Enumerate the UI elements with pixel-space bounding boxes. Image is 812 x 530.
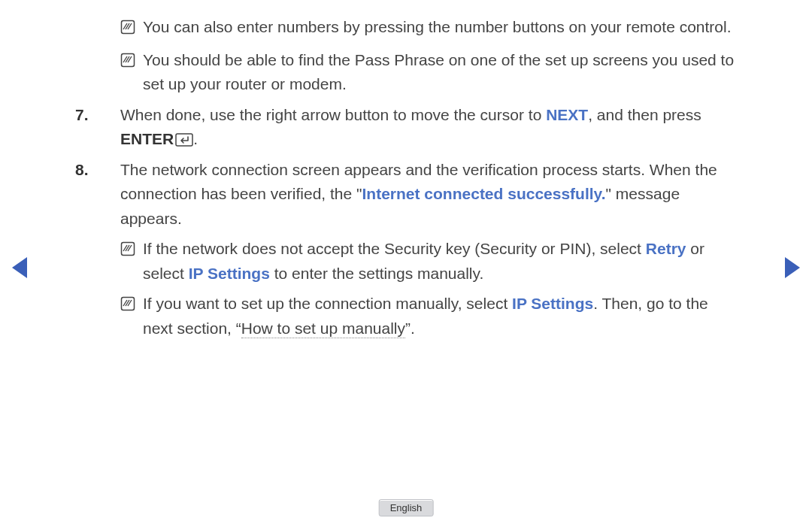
note-text: If you want to set up the connection man…	[143, 292, 737, 341]
enter-icon	[174, 130, 193, 147]
note-item: You can also enter numbers by pressing t…	[120, 15, 737, 42]
note-item: If you want to set up the connection man…	[120, 292, 737, 341]
next-label: NEXT	[546, 106, 588, 123]
svg-rect-4	[122, 298, 135, 310]
text-fragment: .	[193, 130, 198, 147]
text-fragment: ”.	[405, 320, 415, 337]
svg-rect-2	[176, 134, 192, 146]
note-icon	[120, 50, 135, 75]
note-text: You can also enter numbers by pressing t…	[143, 15, 737, 40]
note-text: If the network does not accept the Secur…	[143, 237, 737, 286]
manual-link: How to set up manually	[241, 320, 405, 338]
prev-page-button[interactable]	[11, 256, 29, 283]
text-fragment: When done, use the right arrow button to…	[120, 106, 546, 123]
text-fragment: If you want to set up the connection man…	[143, 295, 512, 312]
step-number: 8.	[75, 158, 120, 183]
enter-label: ENTER	[120, 130, 174, 147]
manual-page-content: You can also enter numbers by pressing t…	[75, 15, 737, 347]
success-message: Internet connected successfully.	[362, 185, 606, 202]
step-number: 7.	[75, 103, 120, 128]
retry-label: Retry	[646, 240, 686, 257]
step-text: When done, use the right arrow button to…	[120, 103, 737, 152]
next-page-button[interactable]	[783, 256, 801, 283]
step-8: 8. The network connection screen appears…	[75, 158, 737, 232]
ip-settings-label: IP Settings	[512, 295, 593, 312]
text-fragment: to enter the settings manually.	[270, 265, 483, 282]
svg-marker-6	[785, 257, 800, 278]
note-item: You should be able to find the Pass Phra…	[120, 48, 737, 97]
step-7: 7. When done, use the right arrow button…	[75, 103, 737, 152]
svg-rect-1	[122, 53, 135, 66]
note-icon	[120, 294, 135, 319]
step-text: The network connection screen appears an…	[120, 158, 737, 232]
text-fragment: If the network does not accept the Secur…	[143, 240, 646, 257]
language-indicator: English	[379, 499, 434, 516]
text-fragment: , and then press	[588, 106, 701, 123]
note-icon	[120, 17, 135, 42]
ip-settings-label: IP Settings	[189, 265, 270, 282]
note-item: If the network does not accept the Secur…	[120, 237, 737, 286]
svg-rect-0	[122, 21, 135, 34]
note-icon	[120, 239, 135, 264]
svg-marker-5	[12, 257, 27, 278]
svg-rect-3	[122, 243, 135, 256]
note-text: You should be able to find the Pass Phra…	[143, 48, 737, 97]
